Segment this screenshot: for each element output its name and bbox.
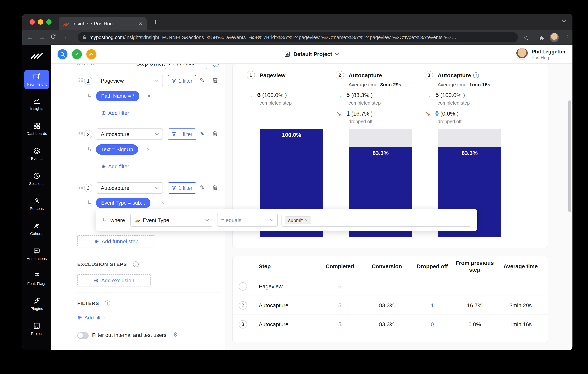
scrollbar-thumb[interactable] (568, 100, 571, 212)
add-filter-link[interactable]: ⊕ Add filter (101, 163, 129, 170)
edit-pencil-icon[interactable]: ✎ (200, 130, 204, 137)
step-filter-count-button[interactable]: 1 filter (168, 128, 196, 140)
remove-tag-icon[interactable]: × (305, 217, 308, 223)
collapse-button[interactable] (86, 49, 96, 59)
filter-count-label: 1 filter (178, 185, 192, 191)
forward-icon[interactable]: → (36, 34, 47, 41)
chevron-down-icon (205, 219, 209, 221)
info-icon[interactable]: i (133, 261, 139, 267)
project-switcher[interactable]: Default Project (284, 45, 339, 64)
search-button[interactable] (58, 49, 67, 59)
sidebar-item-insights[interactable]: Insights (22, 92, 51, 115)
add-filter-link[interactable]: ⊕ Add filter (101, 109, 129, 116)
funnel-steps-panel: STEPS Step Order: Sequential i ⠿⠿ 1 Page… (51, 64, 225, 350)
funnel-step-title: Autocapture (348, 72, 382, 78)
sidebar-item-cohorts[interactable]: Cohorts (22, 217, 51, 240)
delete-trash-icon[interactable] (212, 77, 218, 85)
url-bar[interactable]: myposthog.com/insights?insight=FUNNELS&a… (78, 32, 518, 43)
edit-pencil-icon[interactable]: ✎ (200, 77, 204, 84)
sidebar-item-dashboards[interactable]: Dashboards (22, 118, 51, 140)
cell-completed[interactable]: 5 (317, 302, 363, 308)
sub-arrow-icon: ↳ (87, 92, 92, 99)
sidebar-item-feature-flags[interactable]: Feat. Flags (22, 267, 51, 290)
plus-circle-icon: ⊕ (94, 238, 99, 245)
new-tab-button[interactable]: + (153, 17, 158, 27)
cell-dropped[interactable]: 0 (411, 321, 454, 327)
value-tag[interactable]: submit × (285, 216, 311, 224)
add-funnel-step-label: Add funnel step (102, 238, 138, 245)
delete-trash-icon[interactable] (212, 131, 218, 138)
drag-handle-icon[interactable]: ⠿⠿ (77, 78, 83, 83)
cell-dropped[interactable]: 1 (411, 302, 454, 308)
back-icon[interactable]: ← (25, 34, 36, 41)
dashboards-icon (33, 122, 41, 129)
sidebar-item-label: Insights (30, 107, 43, 111)
status-ok-button[interactable]: ✓ (72, 49, 82, 59)
delete-trash-icon[interactable] (212, 184, 218, 192)
browser-tab[interactable]: Insights • PostHog × (59, 17, 147, 30)
step-filter-pill[interactable]: Event Type = sub... (96, 198, 150, 208)
sessions-icon (33, 172, 41, 180)
step-event-select[interactable]: Autocapture (97, 182, 163, 194)
browser-menu-icon[interactable]: ⋮ (562, 30, 572, 45)
project-icon (33, 322, 41, 330)
tab-close-icon[interactable]: × (139, 21, 142, 27)
step-number: 3 (84, 184, 93, 192)
exclusion-steps-heading: EXCLUSION STEPS (77, 261, 127, 267)
internal-users-toggle[interactable] (77, 332, 89, 339)
info-icon[interactable]: i (213, 64, 219, 67)
step-filter-pill[interactable]: Text = SignUp (96, 144, 138, 155)
funnel-bar-label: 83.3% (349, 150, 412, 156)
step-event-select[interactable]: Pageview (97, 75, 163, 86)
cell-completed[interactable]: 5 (317, 321, 363, 327)
user-name: Phil Leggetter (532, 48, 566, 55)
sidebar-item-project[interactable]: Project (22, 318, 51, 340)
sidebar-item-annotations[interactable]: Annotations (22, 243, 51, 265)
sidebar-item-sessions[interactable]: Sessions (22, 168, 51, 190)
row-step-number: 2 (239, 301, 247, 310)
browser-profile-avatar[interactable] (549, 30, 560, 45)
close-window-button[interactable] (30, 19, 35, 25)
add-funnel-step-button[interactable]: ⊕ Add funnel step (77, 235, 155, 247)
completed-step-label: completed step (260, 100, 292, 106)
home-icon[interactable]: ⌂ (59, 34, 70, 41)
info-icon[interactable]: i (105, 300, 110, 306)
completed-step-label: completed step (438, 100, 470, 106)
step-filter-count-button[interactable]: 1 filter (168, 75, 196, 86)
sidebar-item-plugins[interactable]: Plugins (22, 292, 51, 315)
property-value-input[interactable]: submit × (281, 214, 471, 227)
extensions-icon[interactable] (536, 30, 547, 45)
step-filter-count-button[interactable]: 1 filter (168, 182, 196, 194)
bookmark-star-icon[interactable]: ☆ (521, 30, 532, 45)
minimize-window-button[interactable] (38, 19, 43, 25)
add-filter-label: Add filter (108, 110, 129, 116)
tab-search-chevron-icon[interactable] (562, 20, 567, 23)
sidebar-item-events[interactable]: Events (22, 142, 51, 165)
info-icon[interactable]: i (473, 72, 479, 78)
edit-pencil-icon[interactable]: ✎ (200, 184, 204, 191)
add-exclusion-button[interactable]: ⊕ Add exclusion (77, 274, 151, 287)
remove-filter-icon[interactable]: × (147, 146, 150, 152)
property-select[interactable]: Event Type (130, 214, 213, 227)
internal-users-toggle-label: Filter out internal and test users (92, 332, 166, 338)
remove-filter-icon[interactable]: × (161, 200, 164, 206)
add-filter-link[interactable]: ⊕ Add filter (77, 314, 105, 321)
reload-icon[interactable] (47, 34, 59, 41)
step-order-select[interactable]: Sequential (165, 64, 207, 69)
user-org: PostHog (532, 55, 566, 60)
step-filter-pill[interactable]: Path Name = / (96, 91, 139, 101)
drag-handle-icon[interactable]: ⠿⠿ (77, 131, 83, 137)
operator-select[interactable]: = equals (217, 214, 278, 227)
sidebar-item-new-insight[interactable]: New Insight (24, 70, 49, 89)
average-time-label: Average time: (348, 82, 379, 87)
sidebar-item-persons[interactable]: Persons (22, 192, 51, 215)
col-header-dropped-off: Dropped off (411, 263, 454, 270)
cell-completed[interactable]: 6 (317, 283, 363, 289)
zoom-window-button[interactable] (46, 19, 52, 25)
remove-filter-icon[interactable]: × (147, 93, 150, 99)
drag-handle-icon[interactable]: ⠿⠿ (77, 185, 83, 191)
user-menu[interactable]: Phil Leggetter PostHog (516, 48, 566, 60)
step-event-select[interactable]: Autocapture (97, 128, 163, 140)
gear-icon[interactable]: ⚙ (173, 331, 178, 338)
cell-dropped: – (411, 283, 454, 289)
